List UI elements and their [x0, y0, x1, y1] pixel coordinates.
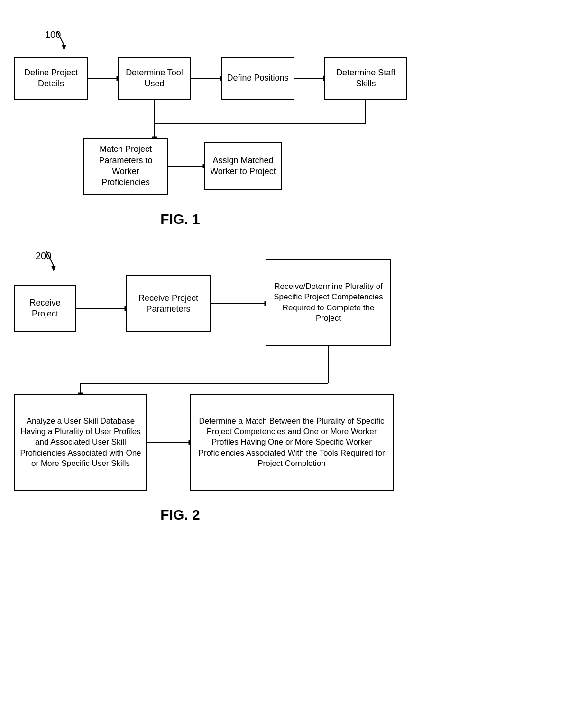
fig1-caption: FIG. 1: [133, 211, 228, 227]
svg-line-25: [46, 251, 54, 266]
fig2-box-receive-project-parameters: Receive Project Parameters: [126, 275, 211, 332]
fig1-box-determine-staff-skills: Determine Staff Skills: [324, 57, 407, 100]
arrows-svg: [0, 0, 588, 716]
svg-marker-26: [51, 266, 56, 271]
fig2-box-determine-match: Determine a Match Between the Plurality …: [190, 394, 394, 491]
fig2-box-receive-project: Receive Project: [14, 285, 76, 332]
svg-line-23: [57, 31, 64, 45]
fig2-ref-arrow: [32, 249, 61, 275]
fig2-box-receive-determine-plurality: Receive/Determine Plurality of Specific …: [266, 259, 391, 346]
fig1-ref-arrow: [43, 28, 71, 55]
fig1-box-define-positions: Define Positions: [221, 57, 294, 100]
fig2-box-analyze-user-skill-database: Analyze a User Skill Database Having a P…: [14, 394, 147, 491]
fig2-caption: FIG. 2: [133, 507, 228, 523]
fig1-box-assign-matched-worker: Assign Matched Worker to Project: [204, 142, 282, 190]
fig1-box-determine-tool-used: Determine Tool Used: [118, 57, 191, 100]
diagram-container: 100 Define Project Details Determine Too…: [0, 0, 588, 716]
fig1-box-match-project-parameters: Match Project Parameters to Worker Profi…: [83, 138, 168, 195]
svg-marker-24: [62, 45, 66, 51]
fig1-box-define-project-details: Define Project Details: [14, 57, 88, 100]
